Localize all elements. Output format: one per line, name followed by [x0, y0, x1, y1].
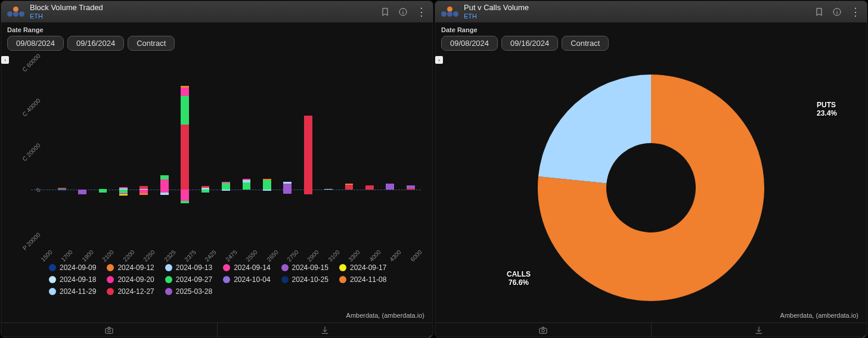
camera-button[interactable] [1, 323, 218, 337]
bar-column[interactable] [297, 55, 318, 234]
date-to-input[interactable]: 09/16/2024 [67, 36, 124, 51]
contract-button[interactable]: Contract [128, 36, 175, 51]
bookmark-icon[interactable] [380, 7, 390, 17]
panel-footer [435, 323, 867, 337]
info-icon[interactable] [398, 7, 408, 17]
legend-label: 2024-09-09 [60, 263, 96, 272]
bar-column[interactable] [216, 55, 236, 234]
block-volume-panel: Block Volume Traded ETH ⋮ Date Range 09/… [1, 1, 433, 337]
legend-label: 2024-09-18 [60, 275, 96, 284]
x-tick-label: 2475 [222, 246, 241, 265]
info-icon[interactable] [832, 7, 842, 17]
legend-label: 2025-03-28 [176, 287, 212, 296]
x-tick-label: 4300 [386, 246, 405, 265]
legend-label: 2024-10-25 [292, 275, 328, 284]
svg-point-4 [107, 329, 110, 332]
legend-item[interactable]: 2025-03-28 [165, 287, 212, 296]
legend-swatch [223, 276, 230, 283]
bar-column[interactable] [72, 55, 92, 234]
controls-row: Date Range 09/08/2024 09/16/2024 Contrac… [435, 23, 867, 53]
x-tick-label: 1500 [37, 246, 56, 265]
legend-item[interactable]: 2024-11-08 [339, 275, 386, 284]
attribution-text: Amberdata, (amberdata.io) [346, 312, 424, 319]
x-tick-label: 2900 [304, 246, 323, 265]
x-tick-label: 3100 [324, 246, 343, 265]
download-button[interactable] [652, 323, 867, 337]
legend-item[interactable]: 2024-09-17 [339, 263, 386, 272]
date-from-input[interactable]: 09/08/2024 [7, 36, 64, 51]
bar-column[interactable] [236, 55, 256, 234]
panel-title: Put v Calls Volume [464, 4, 529, 12]
donut-slice[interactable] [538, 75, 651, 183]
bar-column[interactable] [339, 55, 359, 234]
x-tick-label: 2375 [181, 246, 200, 265]
amberdata-logo [7, 7, 25, 17]
x-tick-label: 2650 [263, 246, 282, 265]
legend-label: 2024-10-04 [234, 275, 270, 284]
bar-column[interactable] [195, 55, 215, 234]
donut-chart: PUTS 23.4% CALLS 76.6% [435, 53, 867, 323]
legend-swatch [49, 264, 56, 271]
legend-label: 2024-09-14 [234, 263, 270, 272]
x-tick-label: 2325 [160, 246, 179, 265]
legend-label: 2024-09-15 [292, 263, 328, 272]
legend-swatch [339, 264, 346, 271]
bar-column[interactable] [401, 55, 421, 234]
x-tick-label: 3300 [345, 246, 364, 265]
legend-item[interactable]: 2024-09-09 [49, 263, 96, 272]
panel-footer [1, 323, 433, 337]
panel-title: Block Volume Traded [30, 4, 103, 12]
legend-item[interactable]: 2024-10-04 [223, 275, 270, 284]
bar-column[interactable] [51, 55, 72, 234]
puts-label-name: PUTS [817, 101, 837, 109]
bar-column[interactable] [175, 55, 195, 234]
amberdata-logo [441, 7, 459, 17]
bar-column[interactable] [277, 55, 297, 234]
download-button[interactable] [218, 323, 433, 337]
bar-column[interactable] [380, 55, 400, 234]
resize-handle[interactable] [426, 330, 432, 336]
contract-button[interactable]: Contract [562, 36, 609, 51]
bar-column[interactable] [318, 55, 339, 234]
legend-item[interactable]: 2024-09-20 [107, 275, 154, 284]
bookmark-icon[interactable] [814, 7, 824, 17]
date-range-label: Date Range [7, 26, 427, 33]
legend-swatch [165, 264, 172, 271]
legend-label: 2024-11-08 [350, 275, 386, 284]
bar-column[interactable] [134, 55, 154, 234]
camera-button[interactable] [435, 323, 652, 337]
bar-column[interactable] [113, 55, 134, 234]
panel-header: Put v Calls Volume ETH ⋮ [435, 1, 867, 23]
put-call-panel: Put v Calls Volume ETH ⋮ Date Range 09/0… [435, 1, 867, 337]
date-to-input[interactable]: 09/16/2024 [501, 36, 558, 51]
legend-swatch [49, 288, 56, 295]
svg-point-9 [541, 329, 544, 332]
bar-column[interactable] [92, 55, 113, 234]
date-from-input[interactable]: 09/08/2024 [441, 36, 498, 51]
x-tick-label: 2200 [119, 246, 138, 265]
resize-handle[interactable] [860, 330, 866, 336]
legend-item[interactable]: 2024-09-27 [165, 275, 212, 284]
legend-label: 2024-11-29 [60, 287, 96, 296]
legend-item[interactable]: 2024-09-12 [107, 263, 154, 272]
panel-subtitle: ETH [464, 13, 529, 20]
date-range-label: Date Range [441, 26, 861, 33]
controls-row: Date Range 09/08/2024 09/16/2024 Contrac… [1, 23, 433, 53]
legend-label: 2024-09-20 [117, 275, 154, 284]
bar-column[interactable] [31, 55, 51, 234]
legend-swatch [281, 276, 289, 283]
bar-column[interactable] [257, 55, 277, 234]
legend-item[interactable]: 2024-11-29 [49, 287, 96, 296]
bar-column[interactable] [154, 55, 175, 234]
bar-column[interactable] [359, 55, 380, 234]
legend-item[interactable]: 2024-09-18 [49, 275, 96, 284]
bar-chart: P 200000C 20000C 40000C 60000 1500170019… [1, 53, 433, 323]
panel-subtitle: ETH [30, 13, 103, 20]
x-tick-label: 2425 [201, 246, 220, 265]
legend-swatch [165, 288, 172, 295]
legend-item[interactable]: 2024-12-27 [107, 287, 154, 296]
panel-header: Block Volume Traded ETH ⋮ [1, 1, 433, 23]
puts-label-pct: 23.4% [817, 109, 837, 117]
legend-item[interactable]: 2024-10-25 [281, 275, 328, 284]
legend-swatch [107, 288, 114, 295]
